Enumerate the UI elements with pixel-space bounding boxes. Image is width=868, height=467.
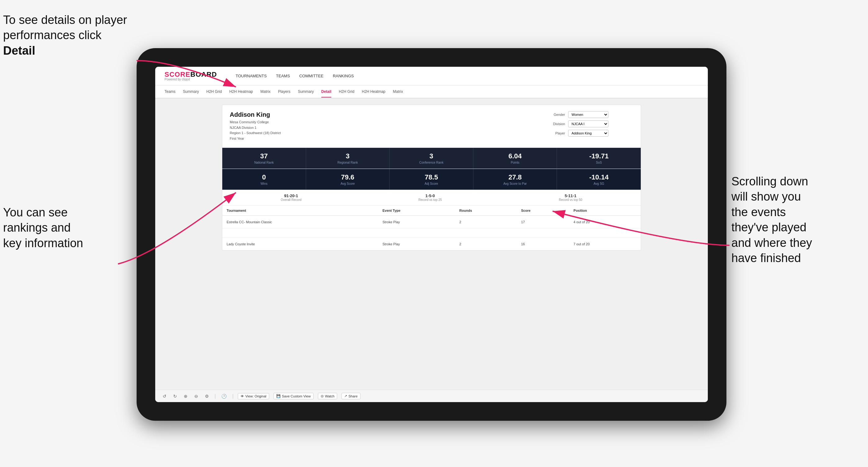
clock-icon[interactable]: 🕐 bbox=[220, 393, 228, 399]
player-filters: Gender Women Division NJCAA I bbox=[547, 111, 633, 136]
cell-score-3: 16 bbox=[517, 238, 569, 251]
nav-committee[interactable]: COMMITTEE bbox=[299, 73, 323, 78]
tab-h2h-grid[interactable]: H2H Grid bbox=[207, 86, 222, 97]
cell-position-1: 4 out of 20 bbox=[569, 216, 641, 228]
tab-summary[interactable]: Summary bbox=[183, 86, 199, 97]
tab-summary2[interactable]: Summary bbox=[298, 86, 314, 97]
player-info-header: Addison King Mesa Community College NJCA… bbox=[222, 105, 641, 148]
record-top25: 1-5-0 Record vs top 25 bbox=[418, 193, 442, 201]
tab-h2h-heatmap[interactable]: H2H Heatmap bbox=[229, 86, 253, 97]
stat-national-rank: 37 National Rank bbox=[222, 148, 306, 168]
nav-menu: TOURNAMENTS TEAMS COMMITTEE RANKINGS bbox=[236, 73, 354, 78]
col-tournament: Tournament bbox=[222, 206, 378, 216]
table-row: Lady Coyote Invite Stroke Play 2 16 7 ou… bbox=[222, 238, 641, 251]
main-content: Addison King Mesa Community College NJCA… bbox=[155, 98, 708, 390]
view-original-btn[interactable]: 👁 View: Original bbox=[238, 393, 269, 399]
stat-avg-sg: -10.14 Avg SG bbox=[557, 169, 641, 190]
tab-h2h-heatmap2[interactable]: H2H Heatmap bbox=[362, 86, 385, 97]
watch-icon: ◎ bbox=[321, 394, 324, 398]
stat-conference-rank: 3 Conference Rank bbox=[390, 148, 473, 168]
annotation-bottom-left: You can see rankings and key information bbox=[3, 205, 133, 251]
content-card: Addison King Mesa Community College NJCA… bbox=[222, 105, 641, 251]
record-overall: 91-20-1 Overall Record bbox=[281, 193, 302, 201]
logo-main: SCOREBOARD bbox=[164, 71, 217, 78]
stat-avg-score-par: 27.8 Avg Score to Par bbox=[473, 169, 557, 190]
player-college: Mesa Community College bbox=[230, 120, 281, 125]
col-score: Score bbox=[517, 206, 569, 216]
division-select[interactable]: NJCAA I bbox=[568, 121, 609, 127]
table-row bbox=[222, 228, 641, 238]
player-details: Addison King Mesa Community College NJCA… bbox=[230, 111, 281, 141]
toolbar-sep2: | bbox=[232, 394, 234, 399]
watch-btn[interactable]: ◎ Watch bbox=[318, 393, 337, 399]
logo-sub: Powered by clippd bbox=[164, 78, 217, 81]
tab-detail[interactable]: Detail bbox=[321, 86, 332, 97]
records-row: 91-20-1 Overall Record 1-5-0 Record vs t… bbox=[222, 190, 641, 206]
annotation-top-left: To see details on player performances cl… bbox=[3, 12, 133, 58]
cell-rounds-1: 2 bbox=[455, 216, 517, 228]
player-filter-row: Player Addison King bbox=[547, 130, 633, 136]
cell-rounds-3: 2 bbox=[455, 238, 517, 251]
col-position: Position bbox=[569, 206, 641, 216]
app-header: SCOREBOARD Powered by clippd TOURNAMENTS… bbox=[155, 67, 708, 85]
division-label: Division bbox=[547, 122, 565, 126]
stat-points: 6.04 Points bbox=[473, 148, 557, 168]
player-label: Player bbox=[547, 131, 565, 135]
tab-matrix[interactable]: Matrix bbox=[260, 86, 271, 97]
gender-label: Gender bbox=[547, 113, 565, 117]
player-year: First Year bbox=[230, 136, 281, 142]
tablet-screen: SCOREBOARD Powered by clippd TOURNAMENTS… bbox=[155, 67, 708, 402]
detail-bold: Detail bbox=[3, 44, 35, 57]
player-division: NJCAA Division 1 bbox=[230, 125, 281, 131]
table-row: Estrella CC- Mountain Classic Stroke Pla… bbox=[222, 216, 641, 228]
stats-grid-row2: 0 Wins 79.6 Avg Score 78.5 Adj Score 27.… bbox=[222, 168, 641, 190]
settings-icon[interactable]: ⚙ bbox=[204, 393, 210, 399]
stats-grid-row1: 37 National Rank 3 Regional Rank 3 Confe… bbox=[222, 148, 641, 168]
zoom-out-icon[interactable]: ⊖ bbox=[193, 393, 199, 399]
col-rounds: Rounds bbox=[455, 206, 517, 216]
sub-tabs-bar: Teams Summary H2H Grid H2H Heatmap Matri… bbox=[155, 85, 708, 98]
cell-tournament-1: Estrella CC- Mountain Classic bbox=[222, 216, 378, 228]
view-icon: 👁 bbox=[241, 394, 244, 398]
stat-adj-score: 78.5 Adj Score bbox=[390, 169, 473, 190]
cell-event-type-1: Stroke Play bbox=[378, 216, 455, 228]
table-header-row: Tournament Event Type Rounds Score Posit… bbox=[222, 206, 641, 216]
redo-icon[interactable]: ↻ bbox=[172, 393, 178, 399]
tournament-table: Tournament Event Type Rounds Score Posit… bbox=[222, 206, 641, 250]
cell-event-type-3: Stroke Play bbox=[378, 238, 455, 251]
scoreboard-logo: SCOREBOARD Powered by clippd bbox=[164, 71, 217, 81]
share-icon: ↗ bbox=[344, 394, 347, 398]
annotation-right: Scrolling down will show you the events … bbox=[732, 174, 865, 266]
stat-wins: 0 Wins bbox=[222, 169, 306, 190]
tab-players[interactable]: Players bbox=[278, 86, 290, 97]
toolbar-sep1: | bbox=[215, 394, 216, 399]
col-event-type: Event Type bbox=[378, 206, 455, 216]
stat-sos: -19.71 SoS bbox=[557, 148, 641, 168]
nav-rankings[interactable]: RANKINGS bbox=[333, 73, 354, 78]
division-filter-row: Division NJCAA I bbox=[547, 121, 633, 127]
stat-avg-score: 79.6 Avg Score bbox=[306, 169, 390, 190]
player-select[interactable]: Addison King bbox=[568, 130, 609, 136]
tab-matrix2[interactable]: Matrix bbox=[393, 86, 403, 97]
stat-regional-rank: 3 Regional Rank bbox=[306, 148, 390, 168]
save-custom-btn[interactable]: 💾 Save Custom View bbox=[274, 393, 314, 399]
cell-tournament-3: Lady Coyote Invite bbox=[222, 238, 378, 251]
share-btn[interactable]: ↗ Share bbox=[341, 393, 360, 399]
zoom-in-icon[interactable]: ⊕ bbox=[183, 393, 189, 399]
undo-icon[interactable]: ↺ bbox=[161, 393, 168, 399]
nav-tournaments[interactable]: TOURNAMENTS bbox=[236, 73, 267, 78]
player-region: Region 1 - Southwest (18) District bbox=[230, 130, 281, 136]
gender-filter-row: Gender Women bbox=[547, 111, 633, 118]
tab-teams[interactable]: Teams bbox=[164, 86, 176, 97]
bottom-toolbar: ↺ ↻ ⊕ ⊖ ⚙ | 🕐 | 👁 View: Original 💾 Save … bbox=[155, 390, 708, 402]
nav-teams[interactable]: TEAMS bbox=[276, 73, 290, 78]
cell-position-3: 7 out of 20 bbox=[569, 238, 641, 251]
gender-select[interactable]: Women bbox=[568, 111, 609, 118]
record-top50: 5-11-1 Record vs top 50 bbox=[559, 193, 582, 201]
player-name: Addison King bbox=[230, 111, 281, 118]
tab-h2h-grid2[interactable]: H2H Grid bbox=[339, 86, 354, 97]
cell-score-1: 17 bbox=[517, 216, 569, 228]
save-icon: 💾 bbox=[276, 394, 281, 398]
tablet-frame: SCOREBOARD Powered by clippd TOURNAMENTS… bbox=[136, 48, 726, 421]
